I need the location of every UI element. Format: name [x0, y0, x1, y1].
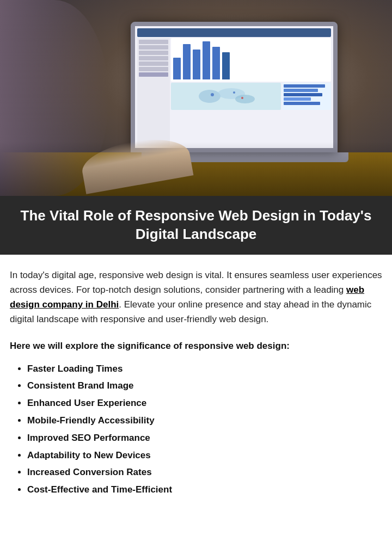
- map-visualization: [171, 83, 281, 110]
- svg-point-4: [211, 93, 214, 96]
- list-item: Adaptability to New Devices: [27, 449, 382, 462]
- list-item: Faster Loading Times: [27, 362, 382, 376]
- section-heading: Here we will explore the significance of…: [10, 338, 382, 353]
- intro-paragraph: In today's digital age, responsive web d…: [10, 268, 382, 327]
- list-item: Increased Conversion Rates: [27, 466, 382, 479]
- intro-text: In today's digital age, responsive web d…: [10, 270, 382, 295]
- list-item: Cost-Effective and Time-Efficient: [27, 483, 382, 496]
- feature-list: Faster Loading Times Consistent Brand Im…: [10, 362, 382, 496]
- svg-point-1: [199, 90, 220, 103]
- svg-point-5: [233, 91, 235, 94]
- list-item: Mobile-Friendly Accessibility: [27, 414, 382, 427]
- article-body: In today's digital age, responsive web d…: [0, 255, 392, 517]
- article-title: The Vital Role of Responsive Web Design …: [10, 207, 382, 244]
- hero-image: [0, 0, 392, 196]
- list-item: Enhanced User Experience: [27, 397, 382, 410]
- title-bar: The Vital Role of Responsive Web Design …: [0, 196, 392, 255]
- svg-point-3: [235, 95, 255, 103]
- list-item: Consistent Brand Image: [27, 379, 382, 392]
- svg-point-6: [241, 97, 243, 99]
- list-item: Improved SEO Performance: [27, 432, 382, 445]
